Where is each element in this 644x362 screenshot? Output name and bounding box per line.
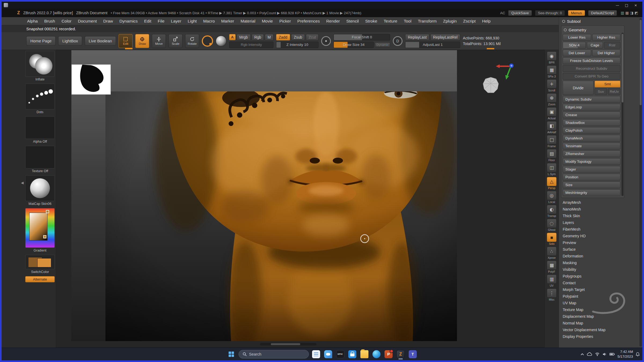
shelf-transp-button[interactable]: ◐ Transp bbox=[546, 205, 558, 217]
geometry-section-button[interactable]: Position bbox=[563, 174, 620, 180]
maximize-button[interactable]: □ bbox=[622, 3, 631, 7]
menu-item[interactable]: Draw bbox=[100, 18, 116, 24]
mrgb-button[interactable]: Mrgb bbox=[237, 34, 251, 40]
lightbox-button[interactable]: LightBox bbox=[58, 36, 82, 46]
dynamic-toggle[interactable]: Dynamic bbox=[375, 42, 390, 47]
geometry-section-button[interactable]: Dynamic Subdiv bbox=[563, 96, 620, 103]
menu-item[interactable]: Stroke bbox=[362, 18, 380, 24]
primary-color-swatch[interactable] bbox=[37, 258, 51, 267]
divide-button[interactable]: Divide bbox=[563, 81, 594, 95]
reuv-toggle[interactable]: ReUv bbox=[608, 88, 620, 95]
tool-palette-item[interactable]: Masking bbox=[561, 259, 624, 266]
snapshot-thumbnail[interactable] bbox=[71, 64, 111, 95]
taskbar-clock[interactable]: 7:42 AM 5/17/2023 bbox=[617, 349, 633, 359]
del-lower-button[interactable]: Del Lower bbox=[563, 50, 591, 56]
taskbar-app[interactable] bbox=[347, 349, 357, 359]
volume-icon[interactable] bbox=[602, 352, 607, 356]
default-zscript-button[interactable]: DefaultZScript bbox=[588, 10, 617, 16]
sdiv-slider[interactable]: SDiv 4 bbox=[563, 42, 586, 49]
menu-item[interactable]: Tool bbox=[401, 18, 414, 24]
geometry-scroll-thumb[interactable] bbox=[622, 34, 623, 102]
menu-item[interactable]: Dynamics bbox=[116, 18, 141, 24]
texture-thumbnail[interactable] bbox=[25, 146, 55, 168]
geometry-section-button[interactable]: Stager bbox=[563, 166, 620, 173]
menu-item[interactable]: Picker bbox=[276, 18, 294, 24]
color-selector[interactable] bbox=[43, 235, 46, 238]
taskbar-app[interactable] bbox=[360, 349, 369, 359]
focal-shift-slider[interactable]: Focal Shift 0 bbox=[334, 34, 390, 40]
menu-item[interactable]: Brush bbox=[41, 18, 58, 24]
tray-collapse-handle[interactable]: ◀ bbox=[21, 181, 24, 185]
switch-color-swatches[interactable] bbox=[25, 255, 55, 269]
menu-item[interactable]: Transform bbox=[415, 18, 440, 24]
geometry-section-button[interactable]: Crease bbox=[563, 112, 620, 118]
canvas-hscrollbar[interactable] bbox=[260, 343, 316, 345]
draw-mode-button[interactable]: Draw bbox=[135, 34, 149, 48]
focal-ring-icon[interactable] bbox=[321, 36, 331, 46]
wifi-icon[interactable] bbox=[595, 352, 600, 356]
menu-item[interactable]: Preferences bbox=[294, 18, 323, 24]
replay-last-button[interactable]: ReplayLast bbox=[405, 34, 429, 40]
shelf-uv-button[interactable]: ▥ UV bbox=[546, 275, 558, 287]
shelf-misc-button[interactable]: ⋮ Misc bbox=[546, 289, 558, 301]
subtool-palette-header[interactable]: Subtool bbox=[561, 18, 624, 24]
shelf-local-button[interactable]: ◎ Local bbox=[546, 191, 558, 204]
geometry-section-button[interactable]: MeshIntegrity bbox=[563, 189, 620, 196]
onedrive-cloud-icon[interactable] bbox=[587, 352, 592, 356]
material-thumbnail[interactable] bbox=[25, 175, 55, 201]
canvas-hscroll-thumb[interactable] bbox=[271, 343, 300, 345]
scale-mode-button[interactable]: Scale bbox=[169, 34, 182, 48]
higher-res-button[interactable]: Higher Res bbox=[592, 34, 621, 41]
menu-item[interactable]: Document bbox=[75, 18, 100, 24]
shelf-xpose-button[interactable]: ∴ Xpose bbox=[546, 247, 558, 259]
shelf-spix-button[interactable]: ▦ SPix 3 bbox=[546, 65, 558, 78]
alpha-a-badge[interactable]: A bbox=[229, 34, 235, 40]
menu-item[interactable]: Render bbox=[323, 18, 343, 24]
taskbar-app[interactable] bbox=[372, 349, 381, 359]
adjust-last-slider[interactable]: AdjustLast 1 bbox=[405, 42, 460, 48]
shelf-floor-button[interactable]: ▤ Floor bbox=[546, 149, 558, 162]
viewport-canvas[interactable] bbox=[56, 50, 545, 348]
tool-palette-item[interactable]: NanoMesh bbox=[561, 206, 624, 212]
geometry-section-button[interactable]: ClayPolish bbox=[563, 127, 620, 134]
panel-scroll-thumb[interactable] bbox=[640, 20, 642, 105]
menu-item[interactable]: Macro bbox=[200, 18, 218, 24]
zsub-button[interactable]: Zsub bbox=[291, 34, 305, 40]
geometry-scrollbar[interactable] bbox=[621, 33, 624, 196]
tool-palette-item[interactable]: Normal Map bbox=[561, 320, 624, 326]
menu-item[interactable]: Light bbox=[185, 18, 200, 24]
taskbar-app[interactable] bbox=[311, 349, 321, 359]
brush-stroke-icon[interactable] bbox=[202, 35, 213, 47]
live-boolean-button[interactable]: Live Boolean bbox=[85, 36, 116, 46]
material-ball-icon[interactable] bbox=[216, 36, 226, 46]
lower-res-button[interactable]: Lower Res bbox=[563, 34, 591, 41]
stroke-thumbnail[interactable] bbox=[25, 84, 55, 109]
reconstruct-subdiv-button[interactable]: Reconstruct Subdiv bbox=[563, 65, 620, 72]
ui-config-icon[interactable]: ◩ bbox=[634, 11, 639, 15]
polymesh-preview[interactable] bbox=[481, 76, 500, 95]
menu-item[interactable]: Help bbox=[479, 18, 494, 24]
menu-item[interactable]: Movie bbox=[259, 18, 276, 24]
ui-config-icon[interactable]: ▦ bbox=[625, 11, 629, 15]
menu-item[interactable]: Edit bbox=[141, 18, 154, 24]
shelf-actual-button[interactable]: ▣ Actual bbox=[546, 107, 558, 120]
color-gradient[interactable] bbox=[25, 208, 55, 248]
shelf-polyf-button[interactable]: ▩ PolyF bbox=[546, 261, 558, 273]
tool-palette-item[interactable]: Polygroups bbox=[561, 273, 624, 279]
dynamic-mode-icon[interactable]: D bbox=[393, 36, 402, 46]
tool-palette-item[interactable]: Surface bbox=[561, 246, 624, 253]
taskbar-app[interactable] bbox=[323, 349, 333, 359]
rgb-intensity-slider[interactable]: Rgb Intensity bbox=[229, 42, 273, 48]
taskbar-app[interactable]: Z bbox=[396, 349, 405, 359]
menu-item[interactable]: Alpha bbox=[24, 18, 41, 24]
geometry-section-button[interactable]: Modify Topology bbox=[563, 158, 620, 165]
brush-selector[interactable]: Inflate bbox=[25, 51, 55, 81]
hue-selector[interactable] bbox=[46, 210, 49, 213]
shelf-zoom-button[interactable]: ⊕ Zoom bbox=[546, 93, 558, 106]
menus-button[interactable]: Menus bbox=[568, 10, 585, 16]
shelf-ghost-button[interactable]: ◌ Ghost bbox=[546, 219, 558, 231]
taskbar-search[interactable] bbox=[239, 350, 309, 359]
menu-item[interactable]: Zplugin bbox=[440, 18, 460, 24]
stroke-selector[interactable]: Dots bbox=[25, 84, 55, 114]
shelf-aahalf-button[interactable]: ◧ AAHalf bbox=[546, 121, 558, 134]
